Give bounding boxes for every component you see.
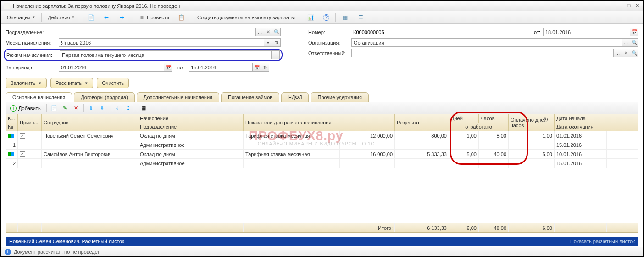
grid-delete-icon[interactable]: ✕	[72, 104, 81, 113]
tab-additional[interactable]: Дополнительные начисления	[137, 92, 219, 102]
conduct2-icon[interactable]: 📋	[174, 13, 188, 22]
org-search-icon[interactable]: 🔍	[630, 38, 638, 47]
conduct-button[interactable]: ≡Провести	[135, 13, 172, 22]
col-num[interactable]: №	[6, 123, 17, 131]
nav-back-icon[interactable]: ⬅	[100, 13, 113, 22]
mode-input[interactable]	[60, 50, 272, 59]
month-dropdown-icon[interactable]: ▾	[264, 38, 272, 47]
org-label: Организация:	[308, 40, 349, 45]
col-result[interactable]: Результат	[395, 114, 449, 131]
add-tool-icon[interactable]: 📄	[84, 13, 98, 22]
table-row[interactable]: ✓ Новенький Семен Семенович Оклад по дня…	[6, 131, 638, 150]
col-dept[interactable]: Подразделение	[138, 123, 243, 131]
grid-add-button[interactable]: + Добавить	[7, 105, 44, 112]
mode-row-highlighted: Режим начисления: …	[4, 49, 283, 61]
grid-footer: Итого: 6 133,33 6,00 48,00 6,00	[6, 223, 638, 232]
report-icon[interactable]: 📊	[304, 13, 318, 22]
row-checkbox[interactable]: ✓	[20, 133, 25, 139]
mode-select-icon[interactable]: …	[272, 50, 280, 59]
clear-button[interactable]: Очистить	[97, 78, 129, 88]
month-stepper-icon[interactable]: ⇅	[272, 38, 281, 47]
maximize-button[interactable]: □	[626, 3, 632, 9]
grid-header: К... № Призн... Сотрудник Начисление Под…	[6, 114, 638, 131]
show-payslip-link[interactable]: Показать расчетный листок	[570, 239, 635, 244]
col-paid[interactable]: Оплачено дней/часов	[509, 114, 555, 131]
col-k[interactable]: К...	[6, 114, 17, 123]
grid-toolbar: + Добавить 📄 ✎ ✕ ⇧ ⇩ ↧ ↥ ▦	[6, 102, 638, 114]
total-label: Итого:	[244, 223, 395, 232]
col-employee[interactable]: Сотрудник	[42, 114, 138, 131]
create-payout-docs[interactable]: Создать документы на выплату зарплаты	[194, 13, 298, 22]
grid-body[interactable]: ✓ Новенький Семен Семенович Оклад по дня…	[6, 131, 638, 223]
date-calendar-icon[interactable]: 📅	[630, 28, 638, 36]
grid-edit-icon[interactable]: ✎	[61, 104, 70, 113]
row-checkbox[interactable]: ✓	[20, 151, 25, 157]
window-title: Начисление зарплаты: За первую половину …	[13, 3, 616, 9]
col-worked: отработано	[449, 123, 508, 131]
list-view-icon[interactable]: ☰	[354, 13, 368, 22]
grid-down-icon[interactable]: ⇩	[98, 104, 107, 113]
dept-search-icon[interactable]: 🔍	[272, 28, 281, 36]
dept-select-icon[interactable]: …	[256, 28, 264, 36]
grid-up-icon[interactable]: ⇧	[87, 104, 96, 113]
grid-settings-icon[interactable]: ▦	[139, 104, 148, 113]
row-flag-icon	[8, 134, 14, 138]
total-paid: 6,00	[509, 223, 555, 232]
fill-button[interactable]: Заполнить▼	[6, 78, 47, 88]
col-accrual[interactable]: Начисление	[138, 114, 243, 123]
month-input[interactable]	[59, 38, 264, 47]
period-from-input[interactable]	[59, 63, 164, 72]
minimize-button[interactable]: –	[617, 3, 624, 9]
calendar-from-icon[interactable]: 📅	[164, 63, 172, 72]
calendar-to-icon[interactable]: 📅	[253, 63, 261, 72]
period-to-label: по:	[177, 65, 184, 70]
period-label: За период с:	[6, 65, 56, 70]
calc-button[interactable]: Рассчитать▼	[50, 78, 93, 88]
date-label: от:	[534, 29, 540, 35]
payslip-bar: Новенький Семен Семенович. Расчетный лис…	[6, 237, 638, 246]
col-indicators[interactable]: Показатели для расчета начисления	[244, 114, 395, 131]
actions-menu[interactable]: Действия▼	[44, 13, 78, 22]
grid-copy-icon[interactable]: 📄	[50, 104, 59, 113]
resp-input[interactable]	[351, 49, 614, 57]
num-label: Номер:	[308, 29, 349, 35]
help-icon[interactable]: ?	[320, 13, 333, 22]
col-hours[interactable]: Часов	[479, 114, 509, 123]
operation-menu[interactable]: Операция▼	[4, 13, 39, 22]
grid-sort-asc-icon[interactable]: ↧	[113, 104, 122, 113]
tab-ndfl[interactable]: НДФЛ	[281, 92, 309, 102]
dept-input[interactable]	[59, 28, 256, 36]
resp-select-icon[interactable]: …	[614, 49, 622, 57]
grid-sort-desc-icon[interactable]: ↥	[124, 104, 133, 113]
status-bar: i Документ рассчитан, но не проведен	[1, 247, 643, 256]
org-input[interactable]	[351, 38, 622, 47]
form-area: Подразделение: … ✕ 🔍 Месяц начисления: ▾…	[1, 24, 643, 75]
resp-clear-icon[interactable]: ✕	[622, 49, 630, 57]
grid-view-icon[interactable]: ▦	[339, 13, 352, 22]
total-hours: 48,00	[479, 223, 509, 232]
grid: К... № Призн... Сотрудник Начисление Под…	[6, 114, 638, 233]
col-days[interactable]: Дней	[449, 114, 479, 123]
col-sign[interactable]: Призн...	[18, 114, 42, 131]
titlebar: Начисление зарплаты: За первую половину …	[1, 1, 643, 11]
table-row[interactable]: ✓ Самойлов Антон Викторович Оклад по дня…	[6, 150, 638, 168]
tab-main-accruals[interactable]: Основные начисления	[6, 92, 72, 102]
nav-fwd-icon[interactable]: ➡	[115, 13, 129, 22]
period-to-input[interactable]	[189, 63, 253, 72]
col-date-end[interactable]: Дата окончания	[555, 123, 607, 131]
col-date-start[interactable]: Дата начала	[555, 114, 607, 123]
tab-contracts[interactable]: Договоры (подряда)	[74, 92, 135, 102]
info-icon: i	[5, 249, 11, 255]
app-icon	[4, 3, 10, 9]
resp-search-icon[interactable]: 🔍	[630, 49, 638, 57]
dept-clear-icon[interactable]: ✕	[264, 28, 272, 36]
period-stepper-icon[interactable]: ⇅	[261, 63, 269, 72]
tab-other[interactable]: Прочие удержания	[311, 92, 368, 102]
tab-loans[interactable]: Погашение займов	[221, 92, 279, 102]
tabs: Основные начисления Договоры (подряда) Д…	[1, 92, 643, 102]
org-select-icon[interactable]: …	[622, 38, 630, 47]
close-button[interactable]: ✕	[634, 3, 640, 9]
action-buttons: Заполнить▼ Рассчитать▼ Очистить	[1, 75, 643, 89]
total-days: 6,00	[449, 223, 479, 232]
date-input[interactable]	[543, 28, 630, 36]
